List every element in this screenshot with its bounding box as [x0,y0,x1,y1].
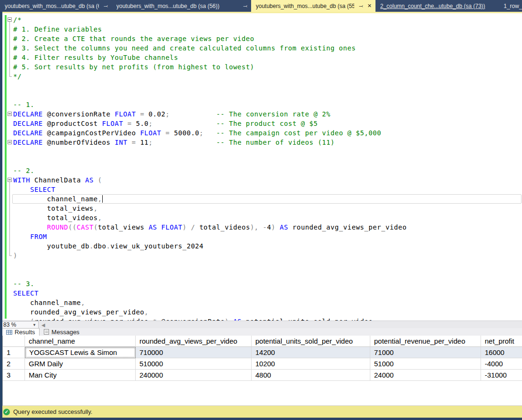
editor-tab[interactable]: 2_column_count_che...utube_db (sa (73)) [375,0,499,12]
code-line[interactable]: # 4. Filter results by YouTube channels [13,53,522,62]
code-line[interactable]: -- 2. [13,166,522,175]
code-token: FLOAT [102,120,123,127]
editor-tab[interactable]: youtubers_with_mos...utube_db (sa (56))⤙ [112,0,251,12]
code-line[interactable] [13,81,522,91]
code-token: DECLARE [13,120,43,127]
table-cell[interactable]: 51000 [370,358,481,370]
table-cell[interactable]: 14200 [252,347,370,358]
editor-tab[interactable]: youtubers_with_mos...utube_db (sa (69))⤙ [0,0,112,12]
code-line[interactable] [13,91,522,100]
editor-tab[interactable]: 1_row_co [499,0,522,12]
code-token: CAST [77,223,94,231]
code-line[interactable] [13,156,522,166]
code-line[interactable]: SELECT [13,288,522,298]
code-line[interactable]: channel_name, [13,298,522,307]
code-line[interactable] [13,270,522,279]
code-token: total_views [13,205,94,212]
code-line[interactable]: (rounded_avg_views_per_video * @conversi… [13,317,522,321]
sql-editor[interactable]: /*# 1. Define variables# 2. Create a CTE… [0,13,522,321]
grid-corner-cell[interactable] [3,336,25,347]
code-line[interactable]: FROM [13,232,522,241]
code-token: total_videos [199,223,250,231]
code-line[interactable]: total_views, [13,204,522,213]
code-line[interactable]: total_videos, [13,213,522,222]
column-header[interactable]: net_profit [481,336,522,347]
code-line[interactable]: /* [13,15,522,25]
code-line[interactable] [13,147,522,156]
fold-region-line [9,182,10,255]
table-cell[interactable]: GRM Daily [25,358,136,370]
code-token: DECLARE [13,139,43,146]
table-cell[interactable]: 71000 [370,347,481,358]
code-line[interactable]: # 3. Select the columns you need and cre… [13,43,522,53]
zoom-level-dropdown[interactable]: 83 % ▼ [1,321,39,329]
code-line[interactable]: */ [13,72,522,81]
code-line[interactable]: DECLARE @campaignCostPerVideo FLOAT = 50… [13,128,522,138]
column-header[interactable]: rounded_avg_views_per_video [136,336,252,347]
code-token: SELECT [13,289,39,297]
table-cell[interactable]: 510000 [136,358,252,370]
column-header[interactable]: channel_name [25,336,136,347]
code-token: ChannelData [30,176,85,184]
tab-results[interactable]: Results [1,328,40,336]
success-check-icon: ✓ [3,409,10,415]
tab-messages[interactable]: Messages [40,328,83,336]
close-icon[interactable]: ✕ [367,3,372,8]
results-grid[interactable]: channel_namerounded_avg_views_per_videop… [3,336,522,381]
table-cell[interactable]: Man City [25,370,136,381]
pin-icon[interactable]: ⤙ [104,3,108,8]
ssms-window: youtubers_with_mos...utube_db (sa (69))⤙… [0,0,522,420]
table-cell[interactable]: 24000 [370,370,481,381]
code-token: @campaignCostPerVideo [43,129,140,137]
code-area[interactable]: /*# 1. Define variables# 2. Create a CTE… [13,15,522,321]
pin-icon[interactable]: ⤙ [243,3,247,8]
table-cell[interactable]: 10200 [252,358,370,370]
pin-icon[interactable]: ⤙ [359,3,363,8]
code-line[interactable]: SELECT [13,185,522,194]
code-token: , [144,308,148,316]
fold-collapse-icon[interactable] [8,17,12,22]
code-line[interactable]: -- 3. [13,279,522,288]
code-token: . [90,242,94,250]
code-token: FLOAT [115,110,136,118]
column-header[interactable]: potential_units_sold_per_video [252,336,370,347]
code-token: rounded_avg_views_per_video [13,308,144,316]
code-line[interactable]: DECLARE @productCost FLOAT = 5.0; -- The… [13,119,522,128]
table-cell[interactable]: 4800 [252,370,370,381]
fold-collapse-icon[interactable] [8,112,12,116]
column-header[interactable]: potential_revenue_per_video [370,336,481,347]
table-cell[interactable]: -31000 [481,370,522,381]
table-cell[interactable]: 16000 [481,347,522,358]
code-line[interactable]: # 1. Define variables [13,25,522,34]
fold-collapse-icon[interactable] [8,178,12,182]
code-line[interactable]: # 2. Create a CTE that rounds the averag… [13,34,522,43]
code-token: */ [13,73,22,80]
scroll-left-arrow-icon[interactable]: ◀ [40,322,45,328]
code-line[interactable]: WITH ChannelData AS ( [13,175,522,185]
table-cell[interactable]: -4000 [481,358,522,370]
row-number[interactable]: 1 [3,347,25,358]
code-token: @conversionRate [43,110,115,118]
code-line[interactable]: ROUND((CAST(total_views AS FLOAT) / tota… [13,222,522,232]
code-line[interactable]: -- 1. [13,100,522,109]
code-line[interactable]: DECLARE @numberOfVideos INT = 11; -- The… [13,138,522,147]
code-token: -- The conversion rate @ 2% [216,110,330,118]
code-line[interactable]: DECLARE @conversionRate FLOAT = 0.02; --… [13,109,522,119]
results-grid-icon [6,330,12,335]
table-cell[interactable]: 240000 [136,370,252,381]
horizontal-scrollbar[interactable]: ◀ [40,321,522,329]
row-number[interactable]: 2 [3,358,25,370]
code-line[interactable] [13,260,522,270]
editor-tab[interactable]: youtubers_with_mos...utube_db (sa (55))⤙… [251,0,375,12]
table-cell[interactable]: YOGSCAST Lewis & Simon [25,347,136,358]
table-cell[interactable]: 710000 [136,347,252,358]
text-caret [102,195,103,203]
code-line[interactable]: ) [13,251,522,260]
row-number[interactable]: 3 [3,370,25,381]
code-line[interactable]: channel_name, [13,194,522,204]
fold-collapse-icon[interactable] [8,140,12,144]
code-line[interactable]: # 5. Sort results by net profits (from h… [13,62,522,72]
code-line[interactable]: youtube_db.dbo.view_uk_youtubers_2024 [13,241,522,251]
code-token: INT [115,139,128,146]
code-line[interactable]: rounded_avg_views_per_video, [13,307,522,317]
